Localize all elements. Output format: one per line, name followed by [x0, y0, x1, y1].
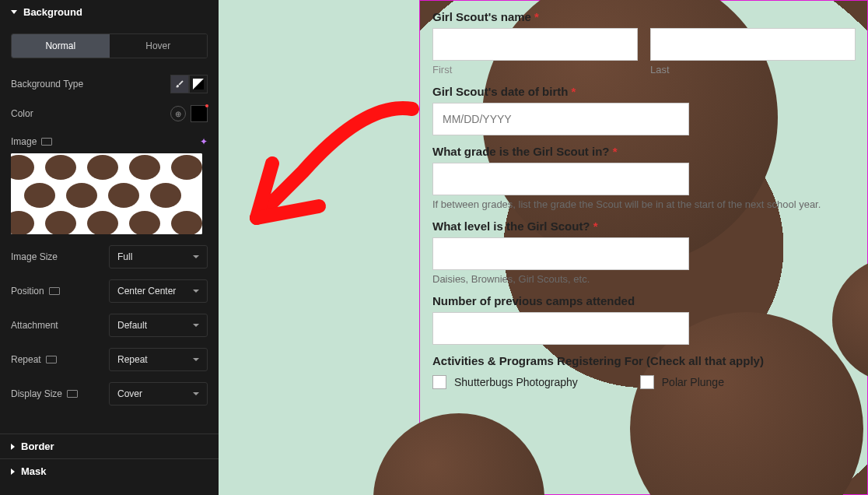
bg-type-gradient-button[interactable] — [189, 75, 208, 93]
checkbox-icon — [640, 375, 654, 389]
responsive-icon[interactable] — [49, 287, 60, 295]
position-row: Position Center Center — [11, 279, 208, 303]
brush-icon — [175, 79, 184, 89]
repeat-label: Repeat — [11, 354, 57, 365]
position-label: Position — [11, 286, 60, 297]
grade-label: What grade is the Girl Scout in? * — [432, 145, 855, 158]
caret-right-icon — [11, 444, 15, 450]
color-label: Color — [11, 108, 33, 119]
dynamic-tag-icon[interactable]: ✦ — [200, 136, 208, 147]
svg-point-7 — [66, 183, 97, 208]
name-label: Girl Scout's name * — [432, 10, 855, 23]
position-select[interactable]: Center Center — [109, 279, 208, 303]
image-preview-thumb — [11, 153, 202, 234]
dob-input[interactable] — [432, 103, 689, 135]
svg-point-8 — [108, 183, 139, 208]
svg-point-9 — [150, 183, 181, 208]
background-type-buttons — [170, 75, 208, 93]
activity-1-option[interactable]: Shutterbugs Photography — [432, 375, 578, 389]
image-size-row: Image Size Full — [11, 245, 208, 269]
background-type-label: Background Type — [11, 79, 83, 90]
repeat-row: Repeat Repeat — [11, 348, 208, 371]
section-background-title: Background — [23, 6, 82, 18]
repeat-select[interactable]: Repeat — [109, 348, 208, 371]
camps-input[interactable] — [432, 312, 689, 345]
activity-2-label: Polar Plunge — [662, 376, 724, 388]
attachment-label: Attachment — [11, 320, 58, 331]
section-background-body: Normal Hover Background Type Color ⊕ — [0, 24, 219, 418]
image-label: Image — [11, 136, 52, 147]
image-size-select[interactable]: Full — [109, 245, 208, 269]
tab-hover[interactable]: Hover — [110, 34, 208, 58]
form-content: Girl Scout's name * First Last Girl Scou… — [420, 1, 867, 398]
bg-type-classic-button[interactable] — [170, 75, 189, 93]
image-row: Image ✦ — [11, 136, 208, 147]
editor-sidebar: Background Normal Hover Background Type … — [0, 0, 219, 495]
attachment-row: Attachment Default — [11, 314, 208, 337]
svg-point-6 — [24, 183, 55, 208]
last-sublabel: Last — [650, 64, 856, 75]
image-preview[interactable] — [11, 153, 202, 234]
responsive-icon[interactable] — [67, 390, 78, 398]
display-size-label: Display Size — [11, 388, 78, 399]
responsive-icon[interactable] — [41, 138, 52, 146]
activities-label: Activities & Programs Registering For (C… — [432, 354, 855, 367]
responsive-icon[interactable] — [46, 356, 57, 363]
grade-help: If between grades, list the grade the Sc… — [432, 198, 855, 210]
level-label: What level is the Girl Scout? * — [432, 219, 855, 233]
chevron-down-icon — [193, 392, 199, 395]
preview-canvas: Girl Scout's name * First Last Girl Scou… — [219, 0, 868, 495]
activity-1-label: Shutterbugs Photography — [454, 376, 578, 388]
last-name-input[interactable] — [650, 28, 856, 61]
section-background-header[interactable]: Background — [0, 0, 219, 24]
chevron-down-icon — [193, 358, 199, 361]
dob-label: Girl Scout's date of birth * — [432, 85, 855, 98]
color-row: Color ⊕ — [11, 99, 208, 128]
image-size-label: Image Size — [11, 251, 58, 262]
level-input[interactable] — [432, 237, 689, 270]
level-help: Daisies, Brownies, Girl Scouts, etc. — [432, 273, 855, 285]
section-mask-header[interactable]: Mask — [0, 458, 219, 483]
background-image-cookie — [373, 413, 544, 495]
camps-label: Number of previous camps attended — [432, 294, 855, 307]
caret-down-icon — [11, 10, 17, 14]
gradient-icon — [193, 79, 204, 90]
display-size-select[interactable]: Cover — [109, 382, 208, 405]
svg-point-4 — [129, 155, 160, 180]
globe-icon[interactable]: ⊕ — [170, 106, 186, 121]
section-border-title: Border — [21, 441, 54, 452]
state-tabs: Normal Hover — [11, 33, 208, 58]
display-size-row: Display Size Cover — [11, 382, 208, 405]
chevron-down-icon — [193, 255, 199, 258]
chevron-down-icon — [193, 324, 199, 327]
section-mask-title: Mask — [21, 465, 47, 477]
background-type-row: Background Type — [11, 69, 208, 99]
caret-right-icon — [11, 469, 15, 475]
chevron-down-icon — [193, 290, 199, 293]
form-container[interactable]: Girl Scout's name * First Last Girl Scou… — [419, 0, 868, 495]
svg-point-5 — [171, 155, 202, 180]
svg-point-2 — [45, 155, 76, 180]
first-name-input[interactable] — [432, 28, 638, 61]
section-border-header[interactable]: Border — [0, 434, 219, 458]
svg-point-3 — [87, 155, 118, 180]
color-swatch[interactable] — [191, 105, 208, 122]
first-sublabel: First — [432, 64, 638, 75]
tab-normal[interactable]: Normal — [12, 34, 110, 58]
activity-2-option[interactable]: Polar Plunge — [640, 375, 724, 389]
grade-input[interactable] — [432, 163, 689, 195]
checkbox-icon — [432, 375, 446, 389]
attachment-select[interactable]: Default — [109, 314, 208, 337]
